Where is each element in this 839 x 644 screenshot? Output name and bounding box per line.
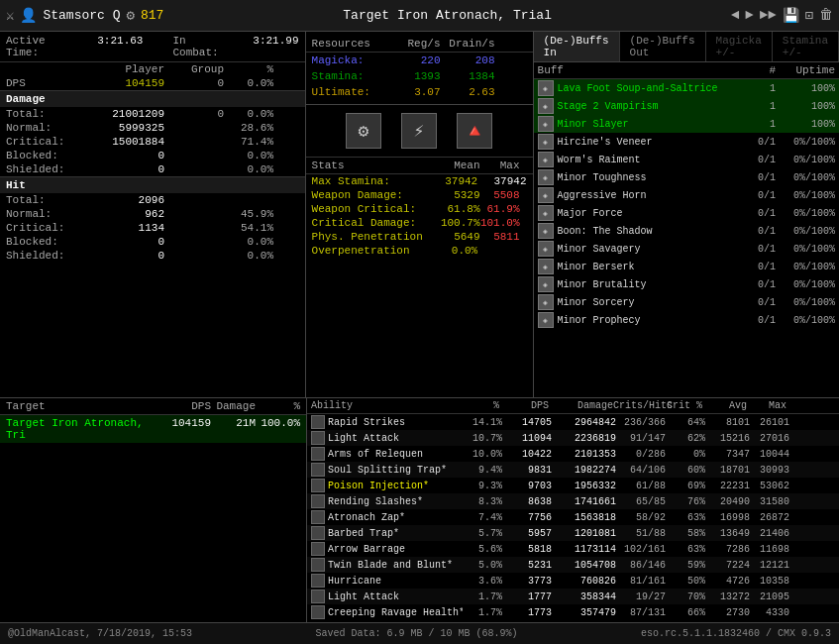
damage-row: Blocked: 0 0.0% <box>0 149 305 162</box>
buff-row: ◈ Minor Slayer 1 100% <box>534 115 839 133</box>
buff-row: ◈ Minor Savagery 0/1 0%/100% <box>534 240 839 258</box>
ability-icons-row: ⚙ ⚡ 🔺 <box>306 105 533 158</box>
footer-right: eso.rc.5.1.1.1832460 / CMX 0.9.3 <box>641 628 831 639</box>
ability-row: Rapid Strikes 14.1% 14705 2964842 236/36… <box>307 414 839 430</box>
stats2-row: Phys. Penetration 5649 5811 <box>306 230 533 244</box>
in-combat-value: 3:21.99 <box>253 35 298 58</box>
target-row[interactable]: Target Iron Atronach, Tri 104159 21M 100… <box>0 415 306 443</box>
ability-row: Creeping Ravage Health* 1.7% 1773 357479… <box>307 604 839 620</box>
ability-row: Twin Blade and Blunt* 5.0% 5231 1054708 … <box>307 557 839 573</box>
damage-row: Critical: 15001884 71.4% <box>0 135 305 149</box>
footer: @OldManAlcast, 7/18/2019, 15:53 Saved Da… <box>0 622 839 644</box>
header: ⚔ 👤 Stamsorc Q ⚙ 817 Target Iron Atronac… <box>0 0 839 32</box>
buff-row: ◈ Minor Brutality 0/1 0%/100% <box>534 275 839 293</box>
buff-icon: ◈ <box>538 205 554 221</box>
ability-row: Barbed Trap* 5.7% 5957 1201081 51/88 58%… <box>307 525 839 541</box>
col-group: Group <box>164 63 224 75</box>
buff-row: ◈ Major Force 0/1 0%/100% <box>534 204 839 222</box>
ability-row: Rending Slashes* 8.3% 8638 1741661 65/85… <box>307 493 839 509</box>
stats2-row: Critical Damage: 100.7% 101.0% <box>306 216 533 230</box>
ability-col-dmg: Damage <box>549 400 613 411</box>
hit-rows: Total: 2096 Normal: 962 45.9% Critical: … <box>0 193 305 263</box>
resources-section: Resources Reg/s Drain/s Magicka: 220 208… <box>306 32 533 105</box>
dps-player: 104159 <box>85 77 164 89</box>
target-col-name: Target <box>6 400 152 412</box>
damage-section-header: Damage <box>0 90 305 107</box>
ability-col-critpct: Crit % <box>663 400 702 411</box>
ability-icon-1[interactable]: ⚙ <box>346 113 381 149</box>
dps-label: DPS <box>6 77 85 89</box>
buff-row: ◈ Minor Sorcery 0/1 0%/100% <box>534 293 839 311</box>
nav-skip-icon[interactable]: ►► <box>760 7 777 24</box>
hit-row: Normal: 962 45.9% <box>0 207 305 221</box>
close-icon[interactable]: 🗑 <box>819 7 833 24</box>
dps-row: DPS 104159 0 0.0% <box>0 76 305 90</box>
resource-row: Magicka: 220 208 <box>306 53 533 68</box>
ability-row: Soul Splitting Trap* 9.4% 9831 1982274 6… <box>307 462 839 478</box>
stats2-header: Stats Mean Max <box>306 158 533 174</box>
damage-row: Shielded: 0 0.0% <box>0 162 305 176</box>
ability-row-icon <box>311 415 325 429</box>
hit-row: Shielded: 0 0.0% <box>0 249 305 263</box>
char-name: Stamsorc Q <box>43 8 120 23</box>
header-right: ◄ ► ►► 💾 ⊡ 🗑 <box>731 7 833 24</box>
ability-row-icon <box>311 447 325 461</box>
hit-section-header: Hit <box>0 176 305 193</box>
damage-rows: Total: 21001209 0 0.0% Normal: 5999325 2… <box>0 107 305 176</box>
mid-panel: Resources Reg/s Drain/s Magicka: 220 208… <box>306 32 534 397</box>
ability-row: Arrow Barrage 5.6% 5818 1173114 102/161 … <box>307 541 839 557</box>
nav-forward-icon[interactable]: ► <box>745 7 753 24</box>
hit-row: Blocked: 0 0.0% <box>0 235 305 249</box>
targets-header: Target DPS Damage % <box>0 398 306 415</box>
stats2-row: Weapon Damage: 5329 5508 <box>306 188 533 202</box>
ability-col-dps: DPS <box>499 400 549 411</box>
buff-row: ◈ Aggressive Horn 0/1 0%/100% <box>534 186 839 204</box>
ability-row: Arms of Relequen 10.0% 10422 2101353 0/2… <box>307 446 839 462</box>
left-panel: Active Time: 3:21.63 In Combat: 3:21.99 … <box>0 32 306 397</box>
buff-icon: ◈ <box>538 276 554 292</box>
ability-row: Light Attack 1.7% 1777 358344 19/27 70% … <box>307 589 839 604</box>
stats2-section: Stats Mean Max Max Stamina: 37942 37942 … <box>306 158 533 258</box>
tab-stamina: Stamina+/- <box>773 32 839 61</box>
stats2-row: Weapon Critical: 61.8% 61.9% <box>306 202 533 216</box>
ability-row-icon <box>311 510 325 524</box>
target-rows: Target Iron Atronach, Tri 104159 21M 100… <box>0 415 306 443</box>
settings-icon[interactable]: ⚙ <box>126 7 134 24</box>
buffs-tabs: (De-)BuffsIn (De-)BuffsOut Magicka+/- St… <box>534 32 839 62</box>
save-icon[interactable]: 💾 <box>783 7 799 24</box>
ability-col-crits: Crits/Hits <box>613 400 663 411</box>
tab-debuffs-in[interactable]: (De-)BuffsIn <box>534 32 620 61</box>
sword-icon: ⚔ <box>6 7 14 24</box>
tab-debuffs-out[interactable]: (De-)BuffsOut <box>620 32 706 61</box>
stats2-row: Max Stamina: 37942 37942 <box>306 174 533 188</box>
buff-icon: ◈ <box>538 187 554 203</box>
abilities-panel: Ability % DPS Damage Crits/Hits Crit % A… <box>307 398 839 622</box>
target-col-dmg: Damage <box>211 400 256 412</box>
ability-row-icon <box>311 479 325 492</box>
ability-icon-2[interactable]: ⚡ <box>401 113 437 149</box>
resource-rows: Magicka: 220 208 Stamina: 1393 1384 Ulti… <box>306 53 533 100</box>
buff-icon: ◈ <box>538 152 554 167</box>
col-pct: % <box>224 63 273 75</box>
ability-icon-3[interactable]: 🔺 <box>457 113 492 149</box>
resource-row: Ultimate: 3.07 2.63 <box>306 84 533 100</box>
ability-row-icon <box>311 431 325 445</box>
col-player: Player <box>85 63 164 75</box>
window-icon[interactable]: ⊡ <box>805 7 813 24</box>
buff-row: ◈ Boon: The Shadow 0/1 0%/100% <box>534 222 839 240</box>
stats2-max-label: Max <box>480 160 520 171</box>
right-panel: (De-)BuffsIn (De-)BuffsOut Magicka+/- St… <box>534 32 839 397</box>
ability-row-icon <box>311 494 325 508</box>
buffs-table: Buff # Uptime ◈ Lava Foot Soup-and-Saltr… <box>534 62 839 397</box>
stats2-rows: Max Stamina: 37942 37942 Weapon Damage: … <box>306 174 533 258</box>
targets-panel: Target DPS Damage % Target Iron Atronach… <box>0 398 307 622</box>
buff-row: ◈ Stage 2 Vampirism 1 100% <box>534 97 839 115</box>
buff-col-count: # <box>746 64 776 76</box>
damage-row: Normal: 5999325 28.6% <box>0 121 305 135</box>
dps-pct: 0.0% <box>224 77 273 89</box>
in-combat-label: In Combat: <box>172 35 229 58</box>
ability-row: Hurricane 3.6% 3773 760826 81/161 50% 47… <box>307 573 839 589</box>
reg-label: Reg/s <box>391 38 441 50</box>
active-time-value: 3:21.63 <box>97 35 143 58</box>
nav-back-icon[interactable]: ◄ <box>731 7 739 24</box>
